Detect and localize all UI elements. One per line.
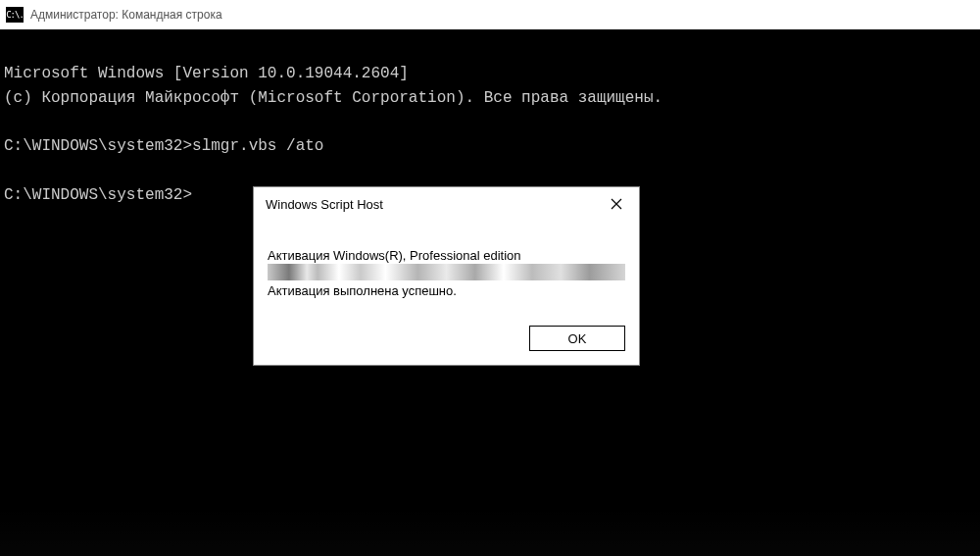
dialog-heading: Активация Windows(R), Professional editi…: [268, 248, 625, 263]
dialog-title: Windows Script Host: [266, 197, 383, 212]
dialog-body: Активация Windows(R), Professional editi…: [254, 221, 639, 308]
message-dialog: Windows Script Host Активация Windows(R)…: [253, 186, 640, 366]
console-line: Microsoft Windows [Version 10.0.19044.26…: [4, 65, 409, 82]
dialog-titlebar: Windows Script Host: [254, 187, 639, 221]
dialog-button-row: OK: [254, 308, 639, 365]
window-titlebar: C:\. Администратор: Командная строка: [0, 0, 980, 29]
redacted-line: [268, 264, 625, 280]
cmd-icon: C:\.: [6, 7, 24, 23]
dialog-message: Активация выполнена успешно.: [268, 283, 625, 298]
window-title: Администратор: Командная строка: [30, 8, 222, 22]
console-line: (c) Корпорация Майкрософт (Microsoft Cor…: [4, 89, 662, 107]
console-line: C:\WINDOWS\system32>slmgr.vbs /ato: [4, 137, 323, 155]
console-prompt: C:\WINDOWS\system32>: [4, 186, 192, 204]
ok-button[interactable]: OK: [529, 326, 625, 351]
close-icon[interactable]: [602, 192, 631, 216]
decorative-gradient: [0, 507, 980, 556]
